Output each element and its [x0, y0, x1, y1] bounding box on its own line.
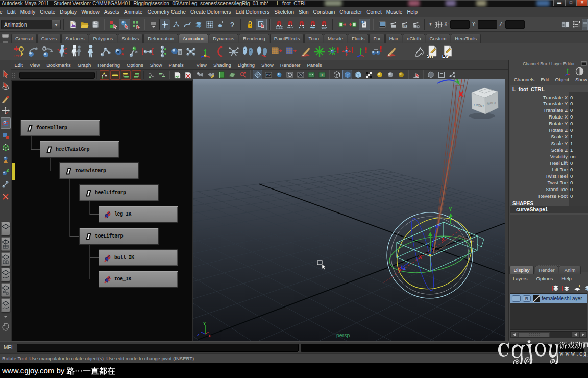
shelf-tab-herotools[interactable]: HeroTools [451, 34, 481, 43]
channel-box-menu-channels[interactable]: Channels [511, 77, 537, 82]
viewport-menu-shading[interactable]: Shading [210, 62, 234, 68]
shelf-button-spheres-excl[interactable] [370, 44, 384, 59]
command-line-label[interactable]: MEL [4, 345, 17, 350]
viewport-use-default-material-button[interactable] [364, 70, 374, 79]
viewport-canvas[interactable]: Y Y z z X X x FRONT RIGHT y x z persp [193, 79, 505, 341]
mask-points-button[interactable] [170, 19, 182, 30]
shelf-button-char-key[interactable]: LT23 [12, 44, 27, 59]
layer-row-femaleMeshLayer[interactable]: R femaleMeshLayer [510, 294, 587, 303]
shelf-button-lattice1[interactable] [270, 44, 284, 59]
viewport-menu-renderer[interactable]: Renderer [277, 62, 304, 68]
hypergraph-canvas[interactable]: footRollGrp heelTwistGrp towTwistGrp hee… [11, 81, 193, 341]
shelf-tab-general[interactable]: General [11, 34, 37, 43]
layer-color-swatch[interactable] [533, 295, 540, 302]
layer-menu-help[interactable]: Help [561, 276, 580, 281]
menu-display[interactable]: Display [58, 9, 79, 15]
snap-curve-button[interactable] [285, 19, 296, 30]
menu-set-dropdown-arrow[interactable]: ▼ [52, 20, 61, 29]
viewport-lighting-flat-button[interactable] [396, 70, 406, 79]
shelf-button-body-pair[interactable] [69, 44, 84, 59]
shelf-button-joint-brackets[interactable] [141, 44, 155, 59]
shelf-button-joint-x[interactable] [184, 44, 198, 59]
shelf-tab-deformation[interactable]: Deformation [143, 34, 178, 43]
layer-menu-layers[interactable]: Layers [513, 276, 536, 281]
menu-window[interactable]: Window [79, 9, 102, 15]
hypergraph-node-leg_IK[interactable]: leg_IK [99, 206, 178, 222]
menu-modify[interactable]: Modify [18, 9, 37, 15]
status-line-divider[interactable] [143, 19, 146, 30]
menu-create-deformers[interactable]: Create Deformers [188, 9, 233, 15]
lock-selection-button[interactable] [244, 19, 256, 30]
hypergraph-output-connections-button[interactable] [132, 70, 141, 80]
construction-history-button[interactable]: ? [359, 19, 370, 30]
highlight-selection-button[interactable] [256, 19, 267, 30]
layer-tab-display[interactable]: Display [509, 266, 534, 274]
show-tool-settings-button[interactable] [571, 19, 582, 30]
menu-constrain[interactable]: Constrain [311, 9, 337, 15]
snap-grid-button[interactable] [274, 19, 285, 30]
shelf-button-arc1[interactable] [27, 44, 41, 59]
status-line-divider[interactable] [103, 19, 106, 30]
scroll-left-arrow[interactable] [511, 332, 518, 337]
shelf-tab-custom[interactable]: Custom [426, 34, 451, 43]
viewport-menu-panels[interactable]: Panels [304, 62, 325, 68]
close-button[interactable]: ✕ [576, 0, 588, 6]
minimize-button[interactable]: ▬ [553, 0, 566, 6]
perspective-view[interactable]: Y Y z z X X x FRONT RIGHT y x z persp [193, 79, 505, 341]
viewport-smooth-shade-button[interactable] [342, 70, 352, 79]
viewport-image-plane-button[interactable] [227, 70, 237, 79]
mel-input-field[interactable] [17, 344, 299, 352]
shelf-tab-subdivs[interactable]: Subdivs [118, 34, 143, 43]
snap-point-button[interactable] [296, 19, 307, 30]
coordinate-combo-arrow[interactable]: ▼ [429, 22, 432, 26]
shelf-button-joint-chain[interactable] [98, 44, 112, 59]
maximize-button[interactable]: □ [566, 0, 576, 6]
viewport-select-camera-button[interactable] [195, 70, 205, 79]
hypergraph-expand-collapse-button[interactable] [146, 70, 156, 80]
output-connections-button[interactable] [348, 19, 359, 30]
selection-mask-combo[interactable] [148, 19, 159, 30]
menu-create[interactable]: Create [38, 9, 58, 15]
shelf-button-body-one[interactable] [84, 44, 98, 59]
menu-skin[interactable]: Skin [297, 9, 311, 15]
last-tool[interactable] [1, 191, 11, 202]
coord-y-field[interactable] [478, 20, 497, 29]
select-component-mode-button[interactable] [130, 19, 141, 30]
universal-manipulator-tool[interactable] [1, 142, 11, 153]
hypergraph-node-footRollGrp[interactable]: footRollGrp [21, 120, 100, 136]
move-tool[interactable] [1, 105, 11, 116]
shelf-button-sphere-trash[interactable] [169, 44, 184, 59]
scroll-right-arrow2[interactable] [580, 332, 586, 337]
shelf-button-eg[interactable]: EG [441, 44, 456, 59]
scroll-right-arrow[interactable] [572, 332, 579, 337]
shelf-menu-icon[interactable] [1, 33, 10, 39]
new-scene-button[interactable] [67, 19, 79, 30]
hypergraph-search-input[interactable] [19, 72, 95, 79]
channel-box-menu-show[interactable]: Show [572, 77, 588, 82]
snap-plane-button[interactable] [307, 19, 318, 30]
coord-z-field[interactable] [505, 20, 525, 29]
layer-empty-button[interactable] [573, 284, 582, 292]
panel-grip-icon[interactable] [11, 72, 18, 79]
menu-animate[interactable]: Animate [121, 9, 145, 15]
hypergraph-scene-hierarchy-button[interactable] [100, 70, 109, 80]
channel-box-object-name[interactable]: L_foot_CTRL [512, 87, 545, 92]
scale-tool[interactable] [1, 130, 11, 141]
menu-help[interactable]: Help [405, 9, 420, 15]
coordinate-entry-mode-button[interactable] [433, 19, 444, 30]
shelf-tab-ncloth[interactable]: nCloth [403, 34, 425, 43]
viewport-menu-show[interactable]: Show [258, 62, 277, 68]
select-tool[interactable] [1, 68, 11, 80]
viewport-field-chart-button[interactable] [285, 70, 295, 79]
lasso-tool[interactable] [1, 81, 11, 92]
shelf-button-paint1[interactable] [298, 44, 312, 59]
hypergraph-menu-graph[interactable]: Graph [74, 62, 94, 68]
menu-assets[interactable]: Assets [102, 9, 121, 15]
shelf-tab-muscle[interactable]: Muscle [324, 34, 347, 43]
shelf-button-arc2[interactable] [41, 44, 55, 59]
viewport-safe-action-button[interactable] [296, 70, 305, 79]
render-settings-button[interactable] [410, 19, 422, 30]
menu-file[interactable]: File [0, 9, 5, 15]
persp-outliner-layout-button[interactable] [1, 252, 10, 266]
viewport-film-gate-button[interactable] [253, 70, 262, 79]
